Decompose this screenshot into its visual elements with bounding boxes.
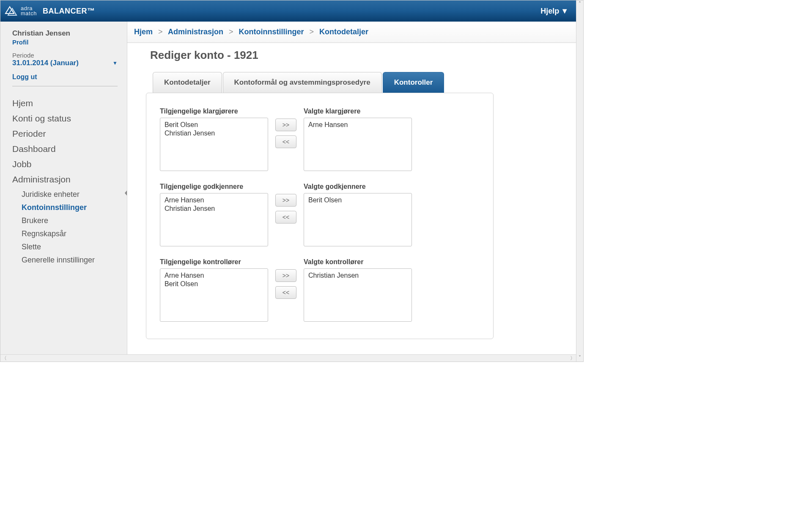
divider — [12, 86, 118, 86]
subnav-users[interactable]: Brukere — [22, 214, 118, 227]
page-title: Rediger konto - 1921 — [150, 49, 563, 62]
scroll-right-icon[interactable]: 〉 — [569, 355, 576, 362]
breadcrumb-bar: Hjem > Administrasjon > Kontoinnstilling… — [127, 22, 576, 43]
subnav-account-settings[interactable]: Kontoinnstillinger — [22, 201, 118, 214]
list-item[interactable]: Christian Jensen — [308, 271, 407, 280]
selected-approvers-label: Valgte godkjennere — [304, 183, 412, 190]
breadcrumb-sep: > — [155, 28, 166, 36]
sidebar-collapse-handle[interactable] — [124, 189, 128, 197]
subnav-legal-entities[interactable]: Juridiske enheter — [22, 188, 118, 201]
svg-marker-1 — [8, 8, 16, 15]
list-item[interactable]: Arne Hansen — [165, 271, 263, 280]
scroll-down-icon[interactable]: ˅ — [579, 354, 581, 362]
breadcrumb-sep: > — [225, 28, 237, 36]
remove-controller-button[interactable]: << — [275, 286, 296, 299]
available-preparers-list[interactable]: Berit OlsenChristian Jensen — [160, 118, 268, 171]
horizontal-scrollbar[interactable]: 〈 〉 — [0, 354, 576, 362]
remove-approver-button[interactable]: << — [275, 211, 296, 224]
nav-accounts[interactable]: Konti og status — [12, 111, 118, 126]
nav-dashboard[interactable]: Dashboard — [12, 141, 118, 157]
nav-admin[interactable]: Administrasjon — [12, 172, 118, 187]
selected-preparers-label: Valgte klargjørere — [304, 108, 412, 115]
nav-job[interactable]: Jobb — [12, 157, 118, 172]
scroll-left-icon[interactable]: 〈 — [0, 355, 8, 362]
breadcrumb-sep: > — [306, 28, 317, 36]
breadcrumb-home[interactable]: Hjem — [134, 28, 153, 36]
logo-icon — [4, 5, 18, 17]
profile-link[interactable]: Profil — [12, 39, 118, 46]
help-menu[interactable]: Hjelp ▼ — [540, 7, 568, 16]
list-item[interactable]: Berit Olsen — [308, 196, 407, 204]
selected-approvers-list[interactable]: Berit Olsen — [304, 193, 412, 246]
breadcrumb-account-details[interactable]: Kontodetaljer — [319, 28, 368, 36]
role-row-approvers: Tilgjengelige godkjennere Arne HansenChr… — [160, 183, 480, 246]
logo: adra match — [4, 5, 37, 17]
chevron-down-icon: ▼ — [112, 60, 118, 66]
tabs: Kontodetaljer Kontoformål og avstemmings… — [153, 72, 563, 93]
selected-controllers-list[interactable]: Christian Jensen — [304, 268, 412, 322]
app-title: BALANCER™ — [43, 7, 95, 16]
breadcrumb-admin[interactable]: Administrasjon — [168, 28, 223, 36]
top-bar: adra match BALANCER™ Hjelp ▼ — [0, 0, 576, 22]
list-item[interactable]: Berit Olsen — [165, 280, 263, 288]
role-row-controllers: Tilgjengelige kontrollører Arne HansenBe… — [160, 258, 480, 322]
available-controllers-label: Tilgjengelige kontrollører — [160, 258, 268, 266]
sidebar: Christian Jensen Profil Periode 31.01.20… — [0, 22, 127, 354]
remove-preparer-button[interactable]: << — [275, 135, 296, 148]
add-preparer-button[interactable]: >> — [275, 119, 296, 131]
scroll-up-icon[interactable]: ˄ — [579, 0, 581, 8]
user-name: Christian Jensen — [12, 29, 118, 38]
breadcrumb: Hjem > Administrasjon > Kontoinnstilling… — [134, 28, 569, 36]
main-content: Hjem > Administrasjon > Kontoinnstilling… — [127, 22, 576, 354]
selected-preparers-list[interactable]: Arne Hansen — [304, 118, 412, 171]
tab-account-details[interactable]: Kontodetaljer — [153, 72, 222, 93]
logout-link[interactable]: Logg ut — [12, 73, 118, 81]
chevron-down-icon: ▼ — [561, 7, 568, 16]
roles-panel: Tilgjengelige klargjørere Berit OlsenChr… — [146, 93, 494, 339]
add-approver-button[interactable]: >> — [275, 194, 296, 207]
period-selector[interactable]: 31.01.2014 (Januar) ▼ — [12, 59, 118, 67]
nav-home[interactable]: Hjem — [12, 96, 118, 111]
subnav-fiscal-years[interactable]: Regnskapsår — [22, 227, 118, 240]
tab-purpose[interactable]: Kontoformål og avstemmingsprosedyre — [223, 72, 382, 93]
period-label: Periode — [12, 52, 118, 59]
available-controllers-list[interactable]: Arne HansenBerit Olsen — [160, 268, 268, 322]
breadcrumb-account-settings[interactable]: Kontoinnstillinger — [239, 28, 304, 36]
add-controller-button[interactable]: >> — [275, 269, 296, 282]
role-row-preparers: Tilgjengelige klargjørere Berit OlsenChr… — [160, 108, 480, 171]
list-item[interactable]: Berit Olsen — [165, 121, 263, 129]
list-item[interactable]: Christian Jensen — [165, 204, 263, 213]
svg-marker-2 — [125, 190, 127, 196]
list-item[interactable]: Christian Jensen — [165, 129, 263, 138]
nav-periods[interactable]: Perioder — [12, 126, 118, 141]
selected-controllers-label: Valgte kontrollører — [304, 258, 412, 266]
available-approvers-list[interactable]: Arne HansenChristian Jensen — [160, 193, 268, 246]
logo-text: adra match — [21, 6, 37, 16]
available-preparers-label: Tilgjengelige klargjørere — [160, 108, 268, 115]
list-item[interactable]: Arne Hansen — [165, 196, 263, 204]
vertical-scrollbar[interactable]: ˄ ˅ — [576, 0, 583, 362]
subnav-general-settings[interactable]: Generelle innstillinger — [22, 254, 118, 267]
available-approvers-label: Tilgjengelige godkjennere — [160, 183, 268, 190]
subnav-delete[interactable]: Slette — [22, 240, 118, 254]
list-item[interactable]: Arne Hansen — [308, 121, 407, 129]
tab-account-roles[interactable]: Kontoroller — [383, 72, 444, 93]
